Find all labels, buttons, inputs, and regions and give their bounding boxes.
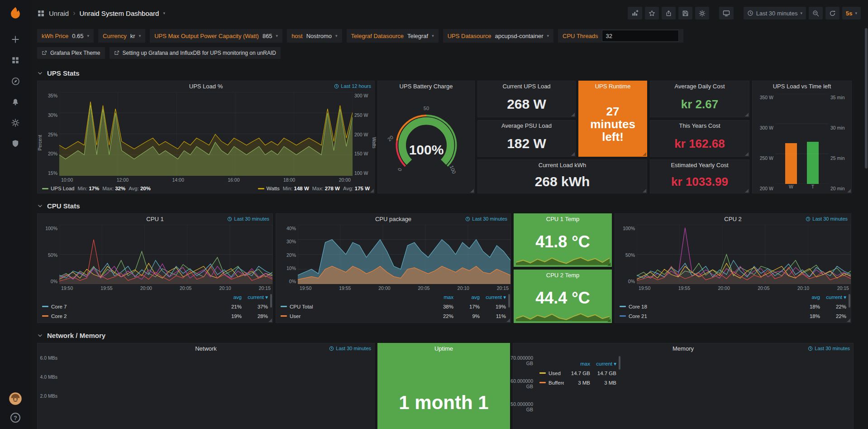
- legend-series-core-2[interactable]: Core 219%28%: [42, 311, 268, 321]
- legend-column-header[interactable]: current ▾: [590, 361, 616, 367]
- resize-handle[interactable]: [571, 152, 575, 156]
- resize-handle[interactable]: [643, 152, 646, 156]
- panel-time-range[interactable]: Last 30 minutes: [329, 346, 371, 351]
- legend-column-header[interactable]: max: [427, 294, 453, 300]
- save-button[interactable]: [678, 7, 692, 19]
- resize-handle[interactable]: [607, 318, 611, 322]
- row-header-network-memory[interactable]: Network / Memory: [37, 328, 861, 343]
- page-scrollbar[interactable]: [865, 28, 868, 427]
- variable-currency[interactable]: Currencykr▾: [98, 29, 145, 43]
- panel-time-range[interactable]: Last 30 minutes: [465, 216, 507, 222]
- variable-value[interactable]: Telegraf: [407, 33, 428, 39]
- legend-column-header[interactable]: max: [564, 361, 590, 366]
- variable-value[interactable]: Nostromo: [306, 33, 332, 39]
- resize-handle[interactable]: [745, 113, 749, 116]
- variable-ups-datasource[interactable]: UPS Datasourceapcupsd-container▾: [443, 29, 553, 43]
- panel-title[interactable]: Average PSU Load: [478, 121, 575, 131]
- legend-series-watts[interactable]: WattsMin:148 WMax:278 WAvg:175 W: [258, 186, 370, 191]
- panel-title[interactable]: Current UPS Load: [478, 81, 575, 92]
- legend-series-core-18[interactable]: Core 1818%22%: [620, 302, 846, 311]
- resize-handle[interactable]: [607, 262, 611, 266]
- variable-kwh-price[interactable]: kWh Price0.65▾: [37, 29, 94, 43]
- time-range-picker[interactable]: Last 30 minutes ▾: [744, 7, 806, 19]
- resize-handle[interactable]: [847, 189, 851, 193]
- panel-time-range[interactable]: Last 30 minutes: [227, 216, 269, 222]
- tv-mode-button[interactable]: [719, 7, 734, 19]
- variable-ups-max-output-power-capacity-watt[interactable]: UPS Max Output Power Capacity (Watt)865▾: [150, 29, 282, 43]
- panel-title[interactable]: CPU 2 Temp: [514, 270, 611, 281]
- resize-handle[interactable]: [643, 189, 646, 193]
- avatar[interactable]: [9, 392, 22, 405]
- alerting-icon[interactable]: [0, 92, 31, 112]
- resize-handle[interactable]: [370, 189, 374, 193]
- variable-value[interactable]: kr: [130, 33, 135, 39]
- dashboard-link-grafana-plex-theme[interactable]: Grafana Plex Theme: [37, 47, 105, 59]
- star-button[interactable]: [645, 7, 659, 19]
- resize-handle[interactable]: [847, 318, 850, 322]
- resize-handle[interactable]: [745, 189, 749, 193]
- legend-column-header[interactable]: current ▾: [480, 294, 506, 300]
- add-panel-button[interactable]: [628, 7, 642, 19]
- resize-handle[interactable]: [745, 152, 749, 156]
- panel-title[interactable]: UPS Battery Charge: [378, 81, 474, 92]
- zoom-out-button[interactable]: [809, 7, 823, 19]
- breadcrumb-app[interactable]: Unraid: [49, 10, 69, 17]
- panel-title[interactable]: UPS Load %: [38, 81, 374, 92]
- panel-title[interactable]: UPS Load vs Time left: [753, 81, 851, 92]
- legend-series-used[interactable]: Used14.7 GB14.7 GB: [539, 368, 616, 378]
- legend-column-header[interactable]: current ▾: [820, 294, 846, 300]
- legend-series-ups-load[interactable]: UPS LoadMin:17%Max:32%Avg:20%: [42, 186, 151, 191]
- legend-column-header[interactable]: current ▾: [242, 294, 268, 300]
- legend-scrollbar[interactable]: [270, 294, 272, 308]
- panel-time-range[interactable]: Last 30 minutes: [806, 216, 848, 222]
- legend-series-user[interactable]: User22%9%11%: [281, 311, 506, 321]
- variable-host[interactable]: hostNostromo▾: [287, 29, 342, 43]
- legend-scrollbar[interactable]: [508, 294, 510, 308]
- panel-title[interactable]: Network: [38, 343, 374, 354]
- resize-handle[interactable]: [470, 189, 474, 193]
- legend-column-header[interactable]: avg: [215, 294, 242, 300]
- server-admin-icon[interactable]: [0, 133, 31, 154]
- create-icon[interactable]: [0, 29, 31, 50]
- legend-scrollbar[interactable]: [619, 356, 620, 370]
- resize-handle[interactable]: [268, 318, 272, 322]
- refresh-interval-dropdown[interactable]: 5s ▾: [842, 7, 861, 19]
- scrollbar-thumb[interactable]: [865, 28, 868, 169]
- refresh-button[interactable]: [825, 7, 839, 19]
- legend-series-core-7[interactable]: Core 721%37%: [42, 302, 268, 311]
- caret-down-icon[interactable]: ▾: [163, 11, 165, 15]
- resize-handle[interactable]: [506, 318, 510, 322]
- dashboard-link-setting-up-grafana-and-influxdb-for-ups-monitoring-on-unraid[interactable]: Setting up Grafana and InfluxDB for UPS …: [110, 47, 281, 59]
- variable-value[interactable]: 0.65: [72, 33, 83, 39]
- row-header-cpu-stats[interactable]: CPU Stats: [37, 198, 861, 213]
- share-button[interactable]: [662, 7, 676, 19]
- panel-time-range[interactable]: Last 30 minutes: [808, 346, 850, 351]
- panel-title[interactable]: UPS Runtime: [579, 81, 647, 92]
- variable-cpu-threads[interactable]: CPU Threads: [558, 29, 683, 43]
- legend-series-cpu-total[interactable]: CPU Total38%17%19%: [281, 302, 506, 311]
- grafana-logo-icon[interactable]: [6, 5, 24, 23]
- configuration-icon[interactable]: [0, 112, 31, 133]
- row-header-ups-stats[interactable]: UPS Stats: [37, 65, 861, 81]
- legend-column-header[interactable]: avg: [453, 294, 480, 300]
- legend-series-core-21[interactable]: Core 2118%22%: [620, 311, 846, 321]
- variable-value[interactable]: apcupsd-container: [495, 33, 544, 39]
- legend-series-buffered[interactable]: Buffered3 MB3 MB: [539, 378, 616, 387]
- panel-time-range[interactable]: Last 12 hours: [334, 83, 371, 89]
- panel-title[interactable]: Average Daily Cost: [650, 81, 749, 92]
- panel-title[interactable]: Memory: [513, 343, 853, 354]
- breadcrumb-page[interactable]: Unraid System Dashboard: [80, 10, 159, 17]
- legend-scrollbar[interactable]: [849, 294, 850, 308]
- explore-icon[interactable]: [0, 71, 31, 92]
- variable-value[interactable]: 865: [262, 33, 272, 39]
- dashboards-icon[interactable]: [0, 50, 31, 71]
- help-icon[interactable]: ?: [10, 413, 20, 423]
- variable-telegraf-datasource[interactable]: Telegraf DatasourceTelegraf▾: [347, 29, 439, 43]
- panel-title[interactable]: Estimated Yearly Cost: [650, 160, 749, 171]
- dashboard-settings-button[interactable]: [695, 7, 709, 19]
- panel-title[interactable]: This Years Cost: [650, 121, 749, 131]
- panel-title[interactable]: Current Load kWh: [478, 160, 647, 171]
- variable-input[interactable]: [602, 30, 679, 42]
- legend-column-header[interactable]: avg: [794, 294, 820, 300]
- panel-title[interactable]: Uptime: [378, 343, 510, 354]
